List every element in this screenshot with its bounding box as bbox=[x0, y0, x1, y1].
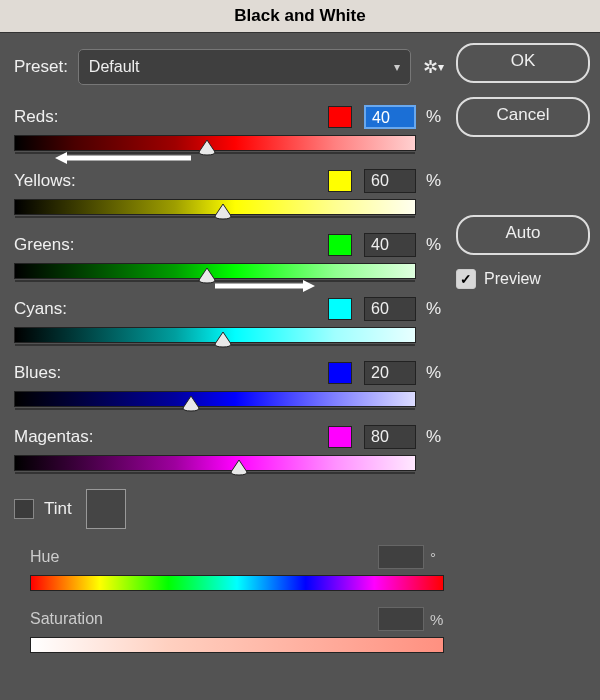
slider-label: Blues: bbox=[14, 363, 328, 383]
tint-color-swatch[interactable] bbox=[86, 489, 126, 529]
tint-label: Tint bbox=[44, 499, 72, 519]
preset-label: Preset: bbox=[14, 57, 68, 77]
track-underline bbox=[15, 472, 415, 474]
dialog-title: Black and White bbox=[0, 0, 600, 33]
svg-marker-1 bbox=[55, 152, 67, 164]
tint-row: Tint bbox=[14, 489, 444, 529]
auto-button[interactable]: Auto bbox=[456, 215, 590, 255]
gear-icon: ✲ bbox=[423, 56, 438, 78]
preview-row: ✓ Preview bbox=[456, 269, 590, 289]
slider-label: Reds: bbox=[14, 107, 328, 127]
hue-label: Hue bbox=[30, 548, 378, 566]
slider-thumb[interactable] bbox=[230, 460, 248, 476]
svg-marker-3 bbox=[303, 280, 315, 292]
slider-label: Magentas: bbox=[14, 427, 328, 447]
preview-label: Preview bbox=[484, 270, 541, 288]
slider-thumb[interactable] bbox=[214, 332, 232, 348]
slider-label: Cyans: bbox=[14, 299, 328, 319]
slider-magentas: Magentas: 80 % bbox=[14, 425, 444, 471]
slider-track[interactable] bbox=[14, 199, 416, 215]
slider-cyans: Cyans: 60 % bbox=[14, 297, 444, 343]
preset-settings-button[interactable]: ✲▾ bbox=[423, 56, 444, 78]
slider-thumb[interactable] bbox=[182, 396, 200, 412]
slider-value-input[interactable]: 60 bbox=[364, 297, 416, 321]
color-swatch bbox=[328, 234, 352, 256]
saturation-value-input[interactable] bbox=[378, 607, 424, 631]
color-swatch bbox=[328, 170, 352, 192]
check-icon: ✓ bbox=[460, 271, 472, 287]
slider-track[interactable] bbox=[14, 455, 416, 471]
color-swatch bbox=[328, 362, 352, 384]
percent-label: % bbox=[426, 107, 444, 127]
percent-label: % bbox=[426, 235, 444, 255]
percent-label: % bbox=[426, 171, 444, 191]
slider-blues: Blues: 20 % bbox=[14, 361, 444, 407]
slider-yellows: Yellows: 60 % bbox=[14, 169, 444, 215]
chevron-down-icon: ▾ bbox=[394, 60, 400, 74]
slider-label: Greens: bbox=[14, 235, 328, 255]
slider-value-input[interactable]: 60 bbox=[364, 169, 416, 193]
saturation-label: Saturation bbox=[30, 610, 378, 628]
percent-label: % bbox=[426, 299, 444, 319]
hue-unit: ° bbox=[430, 549, 444, 566]
preset-selected: Default bbox=[89, 58, 140, 76]
slider-track[interactable] bbox=[14, 391, 416, 407]
preset-select[interactable]: Default ▾ bbox=[78, 49, 411, 85]
slider-value-input[interactable]: 40 bbox=[364, 233, 416, 257]
slider-track[interactable] bbox=[14, 263, 416, 279]
slider-value-input[interactable]: 40 bbox=[364, 105, 416, 129]
left-panel: Preset: Default ▾ ✲▾ Reds: 40 % bbox=[14, 43, 444, 687]
preview-checkbox[interactable]: ✓ bbox=[456, 269, 476, 289]
slider-thumb[interactable] bbox=[214, 204, 232, 220]
saturation-slider[interactable] bbox=[30, 637, 444, 653]
hue-block: Hue ° bbox=[30, 545, 444, 591]
hue-slider[interactable] bbox=[30, 575, 444, 591]
slider-value-input[interactable]: 20 bbox=[364, 361, 416, 385]
percent-label: % bbox=[426, 427, 444, 447]
slider-track[interactable] bbox=[14, 135, 416, 151]
cancel-button[interactable]: Cancel bbox=[456, 97, 590, 137]
track-underline bbox=[15, 408, 415, 410]
color-swatch bbox=[328, 426, 352, 448]
color-swatch bbox=[328, 106, 352, 128]
slider-value-input[interactable]: 80 bbox=[364, 425, 416, 449]
slider-reds: Reds: 40 % bbox=[14, 105, 444, 151]
percent-label: % bbox=[426, 363, 444, 383]
tint-checkbox[interactable] bbox=[14, 499, 34, 519]
saturation-unit: % bbox=[430, 611, 444, 628]
hue-value-input[interactable] bbox=[378, 545, 424, 569]
slider-greens: Greens: 40 % bbox=[14, 233, 444, 279]
slider-label: Yellows: bbox=[14, 171, 328, 191]
saturation-block: Saturation % bbox=[30, 607, 444, 653]
slider-track[interactable] bbox=[14, 327, 416, 343]
color-swatch bbox=[328, 298, 352, 320]
black-and-white-dialog: Black and White Preset: Default ▾ ✲▾ Red… bbox=[0, 0, 600, 700]
ok-button[interactable]: OK bbox=[456, 43, 590, 83]
right-panel: OK Cancel Auto ✓ Preview bbox=[444, 43, 590, 687]
